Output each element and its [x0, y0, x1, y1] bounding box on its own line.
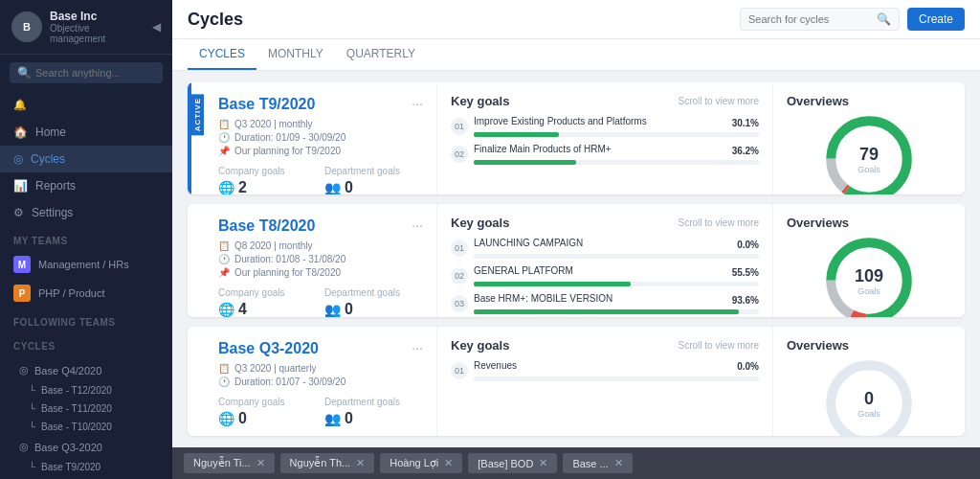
goal-number: 01 [451, 240, 468, 257]
sidebar-team-management[interactable]: M Management / HRs [0, 250, 172, 279]
tab-quarterly[interactable]: QUARTERLY [335, 39, 427, 70]
topbar: Cycles 🔍 Create [172, 0, 980, 39]
taskbar-item-0[interactable]: Nguyễn Ti...✕ [184, 453, 275, 473]
key-goal-row: 01 LAUNCHING CAMPAIGN 0.0% [451, 238, 759, 259]
create-button[interactable]: Create [907, 8, 965, 31]
cycle-card-t8-2020: Base T8/2020 ··· 📋Q8 2020 | monthly 🕐Dur… [188, 204, 965, 316]
cycles-search-box[interactable]: 🔍 [740, 8, 900, 31]
task-close-icon[interactable]: ✕ [539, 457, 547, 469]
cycles-content: ACTIVE Base T9/2020 ··· 📋Q3 2020 | month… [172, 71, 980, 447]
more-options-icon[interactable]: ··· [412, 217, 423, 233]
more-options-icon[interactable]: ··· [412, 340, 423, 355]
goal-bar-fill [474, 132, 559, 137]
card-right: Overviews 79 Goals On track (67) Behind … [773, 82, 965, 194]
goal-number: 02 [451, 146, 468, 163]
cycle-t9-2020[interactable]: └ Base T9/2020 [0, 458, 172, 476]
taskbar-item-1[interactable]: Nguyễn Th...✕ [280, 453, 375, 473]
goal-percent: 55.5% [732, 267, 759, 278]
donut-number: 79 [858, 145, 880, 165]
task-close-icon[interactable]: ✕ [444, 457, 453, 469]
sidebar-item-settings[interactable]: ⚙ Settings [0, 199, 172, 226]
key-goals-header: Key goals Scroll to view more [451, 338, 759, 353]
tab-cycles[interactable]: CYCLES [188, 39, 256, 70]
task-close-icon[interactable]: ✕ [256, 457, 265, 469]
scroll-more-label: Scroll to view more [679, 217, 759, 228]
donut-label: 0 Goals [858, 388, 880, 418]
cycle-t11-2020[interactable]: └ Base - T11/2020 [0, 399, 172, 418]
goal-bar-fill [474, 282, 631, 286]
donut-sub: Goals [858, 408, 880, 418]
avatar: B [11, 11, 42, 42]
cycles-list: ◎ Base Q4/2020 └ Base - T12/2020 └ Base … [0, 355, 172, 479]
more-options-icon[interactable]: ··· [412, 96, 423, 111]
page-title: Cycles [188, 10, 243, 30]
taskbar: Nguyễn Ti...✕Nguyễn Th...✕Hoàng Lợi✕[Bas… [172, 447, 980, 479]
department-goals-stat: Department goals 👥0 [324, 166, 423, 194]
donut-sub: Goals [855, 286, 883, 296]
company-goals-stat: Company goals 🌐2 [218, 166, 317, 194]
cycle-q3-2020[interactable]: ◎ Base Q3-2020 [0, 436, 172, 458]
goal-name: Finalize Main Products of HRM+ [474, 144, 612, 154]
sidebar-team-php[interactable]: P PHP / Product [0, 279, 172, 308]
card-right: Overviews 109 Goals On track (83) Behind… [773, 204, 965, 316]
collapse-icon[interactable]: ◀ [152, 20, 161, 34]
key-goals-title: Key goals [451, 94, 509, 108]
cycle-meta: 📋Q3 2020 | monthly 🕐Duration: 01/09 - 30… [218, 119, 423, 156]
sidebar-item-cycles[interactable]: ◎ Cycles [0, 146, 172, 172]
goal-info: Base HRM+: MOBILE VERSION 93.6% [474, 293, 759, 314]
goal-info: GENERAL PLATFORM 55.5% [474, 265, 759, 286]
card-left-inner: Base Q3-2020 ··· 📋Q3 2020 | quarterly 🕐D… [201, 340, 423, 436]
search-input[interactable] [35, 67, 155, 79]
goals-grid: Company goals 🌐2 Department goals 👥0 Tea… [218, 166, 423, 194]
cycle-icon-q3: ◎ [19, 441, 29, 453]
overview-title: Overviews [787, 216, 951, 230]
goals-grid: Company goals 🌐0 Department goals 👥0 Tea… [218, 397, 423, 436]
task-close-icon[interactable]: ✕ [614, 457, 623, 469]
sidebar: B Base Inc Objective management ◀ 🔍 🔔 🏠 … [0, 0, 172, 479]
sidebar-header: B Base Inc Objective management ◀ [0, 0, 172, 55]
sidebar-icon-bell[interactable]: 🔔 [0, 91, 172, 119]
goal-bar-fill [474, 160, 576, 165]
goal-number: 01 [451, 362, 468, 379]
task-close-icon[interactable]: ✕ [356, 457, 365, 469]
cycle-q4-2020[interactable]: ◎ Base Q4/2020 [0, 359, 172, 381]
sidebar-item-home[interactable]: 🏠 Home [0, 119, 172, 146]
key-goal-row: 02 GENERAL PLATFORM 55.5% [451, 265, 759, 286]
donut-chart: 0 Goals [826, 360, 912, 436]
department-goals-stat: Department goals 👥0 [324, 287, 423, 316]
goal-name: Revenues [474, 360, 517, 371]
search-cycles-icon: 🔍 [877, 12, 891, 26]
sidebar-search-box[interactable]: 🔍 [10, 62, 163, 83]
task-label: Nguyễn Ti... [193, 457, 251, 469]
overview-title: Overviews [787, 94, 951, 108]
scroll-more-label: Scroll to view more [679, 96, 759, 106]
goal-bar-bg [474, 132, 759, 137]
cycle-t12-2020[interactable]: └ Base - T12/2020 [0, 381, 172, 399]
cycle-card-t9-2020: ACTIVE Base T9/2020 ··· 📋Q3 2020 | month… [188, 82, 965, 194]
goal-number: 01 [451, 118, 468, 135]
taskbar-item-4[interactable]: Base ...✕ [563, 453, 632, 473]
card-left: Base T8/2020 ··· 📋Q8 2020 | monthly 🕐Dur… [188, 204, 436, 316]
card-left-inner: Base T9/2020 ··· 📋Q3 2020 | monthly 🕐Dur… [201, 96, 423, 194]
taskbar-item-3[interactable]: [Base] BOD✕ [468, 453, 557, 473]
card-left-inner: Base T8/2020 ··· 📋Q8 2020 | monthly 🕐Dur… [201, 217, 423, 316]
cycle-card-title: Base Q3-2020 [218, 340, 319, 357]
tab-monthly[interactable]: MONTHLY [256, 39, 335, 70]
goal-bar-bg [474, 254, 759, 259]
goal-bar-bg [474, 376, 759, 381]
key-goal-row: 02 Finalize Main Products of HRM+ 36.2% [451, 144, 759, 165]
donut-chart: 79 Goals [826, 116, 912, 194]
donut-number: 109 [855, 266, 883, 286]
cycles-search-input[interactable] [748, 13, 873, 25]
key-goals-header: Key goals Scroll to view more [451, 216, 759, 230]
following-teams-label: FOLLOWING TEAMS [0, 308, 172, 331]
goal-name: LAUNCHING CAMPAIGN [474, 238, 583, 248]
goals-grid: Company goals 🌐4 Department goals 👥0 Tea… [218, 287, 423, 316]
task-label: [Base] BOD [478, 458, 533, 469]
taskbar-item-2[interactable]: Hoàng Lợi✕ [380, 453, 462, 473]
card-left: Base Q3-2020 ··· 📋Q3 2020 | quarterly 🕐D… [188, 327, 436, 436]
sidebar-item-reports[interactable]: 📊 Reports [0, 172, 172, 199]
main-content: Cycles 🔍 Create CYCLES MONTHLY QUARTERLY… [172, 0, 980, 479]
cycle-t10-2020[interactable]: └ Base - T10/2020 [0, 418, 172, 436]
task-label: Nguyễn Th... [290, 457, 351, 469]
